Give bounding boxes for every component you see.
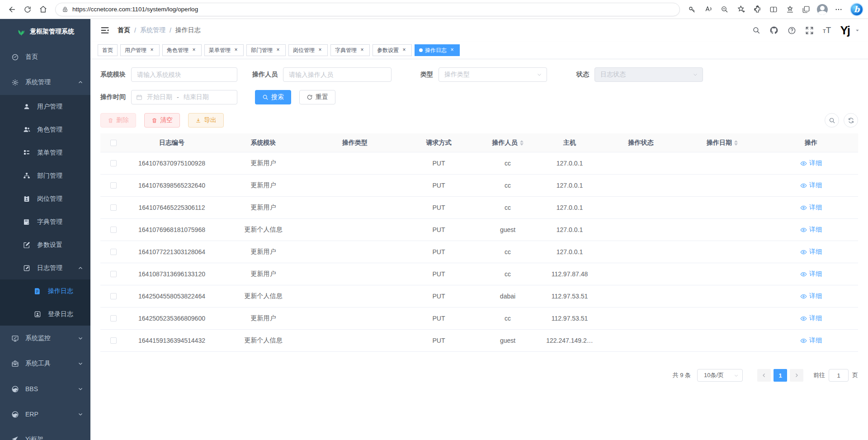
detail-link[interactable]: 详细 <box>800 336 822 345</box>
delete-button[interactable]: 删除 <box>100 113 136 128</box>
next-page-button[interactable] <box>790 369 803 382</box>
caret-down-icon[interactable] <box>855 28 860 33</box>
breadcrumb-home[interactable]: 首页 <box>118 26 130 34</box>
row-checkbox[interactable] <box>110 227 117 233</box>
sidebar-item-system-monitor[interactable]: 系统监控 <box>0 326 90 351</box>
select-all-checkbox[interactable] <box>110 140 117 146</box>
row-checkbox[interactable] <box>110 293 117 299</box>
row-checkbox[interactable] <box>110 249 117 255</box>
home-button[interactable] <box>35 2 51 17</box>
app-logo-row[interactable]: 意框架管理系统 <box>0 19 90 44</box>
close-icon[interactable]: × <box>191 47 197 53</box>
tag-home[interactable]: 首页 <box>98 44 118 56</box>
refresh-button[interactable] <box>20 2 35 17</box>
bing-discover-icon[interactable]: b <box>850 3 863 16</box>
operator-input[interactable] <box>283 67 392 82</box>
clear-button[interactable]: 清空 <box>144 113 180 128</box>
row-checkbox[interactable] <box>110 182 117 189</box>
sidebar-item-home[interactable]: 首页 <box>0 44 90 70</box>
row-checkbox[interactable] <box>110 337 117 344</box>
settings-ellipsis-icon[interactable] <box>831 2 846 17</box>
sidebar-item-post-mgmt[interactable]: 岗位管理 <box>0 187 90 210</box>
sidebar-item-login-log[interactable]: 登录日志 <box>0 303 90 326</box>
refresh-table-icon[interactable] <box>844 113 858 128</box>
read-aloud-icon[interactable] <box>701 2 716 17</box>
close-icon[interactable]: × <box>317 47 323 53</box>
col-header-date[interactable]: 操作日期 <box>680 139 764 147</box>
row-checkbox[interactable] <box>110 204 117 211</box>
module-input[interactable] <box>131 67 237 82</box>
sidebar-item-user-mgmt[interactable]: 用户管理 <box>0 95 90 118</box>
sidebar-item-erp[interactable]: ERP <box>0 402 90 427</box>
close-icon[interactable]: × <box>275 47 281 53</box>
sidebar-item-system-tools[interactable]: 系统工具 <box>0 351 90 376</box>
sort-icon[interactable] <box>520 140 524 146</box>
sidebar-item-bbs[interactable]: BBS <box>0 376 90 402</box>
prev-page-button[interactable] <box>757 369 771 382</box>
show-search-icon[interactable] <box>825 113 839 128</box>
sidebar-item-role-mgmt[interactable]: 角色管理 <box>0 118 90 141</box>
close-icon[interactable]: × <box>401 47 407 53</box>
search-button[interactable]: 搜索 <box>255 90 291 104</box>
status-select[interactable]: 日志状态 <box>594 67 703 82</box>
detail-link[interactable]: 详细 <box>800 248 822 256</box>
collections-icon[interactable] <box>798 2 814 17</box>
sort-icon[interactable] <box>734 140 738 146</box>
tag-menu-mgmt[interactable]: 菜单管理× <box>204 44 244 56</box>
breadcrumb-system-mgmt[interactable]: 系统管理 <box>140 26 165 34</box>
password-key-icon[interactable] <box>684 2 700 17</box>
tag-post-mgmt[interactable]: 岗位管理× <box>288 44 328 56</box>
user-logo-avatar[interactable]: Yj <box>840 24 849 38</box>
detail-link[interactable]: 详细 <box>800 181 822 189</box>
favorites-bar-icon[interactable] <box>782 2 797 17</box>
sidebar-item-log-mgmt[interactable]: 日志管理 <box>0 256 90 279</box>
profile-avatar[interactable] <box>815 2 830 17</box>
close-icon[interactable]: × <box>233 47 239 53</box>
detail-link[interactable]: 详细 <box>800 159 822 167</box>
help-icon[interactable] <box>788 26 796 35</box>
export-button[interactable]: 导出 <box>188 113 224 128</box>
type-select[interactable]: 操作类型 <box>439 67 547 82</box>
github-icon[interactable] <box>769 26 778 35</box>
sidebar-item-param-settings[interactable]: 参数设置 <box>0 233 90 256</box>
reset-button[interactable]: 重置 <box>299 90 335 104</box>
zoom-out-icon[interactable] <box>717 2 732 17</box>
tag-param-settings[interactable]: 参数设置× <box>373 44 412 56</box>
fullscreen-icon[interactable] <box>805 26 814 35</box>
sidebar-item-oper-log[interactable]: 操作日志 <box>0 279 90 303</box>
detail-link[interactable]: 详细 <box>800 270 822 278</box>
row-checkbox[interactable] <box>110 315 117 322</box>
page-size-select[interactable]: 10条/页 <box>697 369 743 382</box>
close-icon[interactable]: × <box>149 47 155 53</box>
sidebar-item-dict-mgmt[interactable]: 字典管理 <box>0 210 90 233</box>
tag-oper-log[interactable]: 操作日志× <box>415 44 460 56</box>
close-icon[interactable]: × <box>449 47 455 53</box>
col-header-operator[interactable]: 操作人员 <box>477 139 538 147</box>
detail-link[interactable]: 详细 <box>800 292 822 300</box>
favorite-star-icon[interactable] <box>733 2 749 17</box>
tag-dept-mgmt[interactable]: 部门管理× <box>246 44 286 56</box>
font-size-icon[interactable]: тT <box>823 25 831 35</box>
detail-link[interactable]: 详细 <box>800 314 822 322</box>
extensions-icon[interactable] <box>750 2 765 17</box>
search-icon[interactable] <box>752 26 760 34</box>
page-number-button[interactable]: 1 <box>774 369 787 382</box>
date-range-picker[interactable]: 开始日期 - 结束日期 <box>131 90 237 104</box>
tag-user-mgmt[interactable]: 用户管理× <box>120 44 160 56</box>
detail-link[interactable]: 详细 <box>800 226 822 234</box>
split-screen-icon[interactable] <box>766 2 781 17</box>
goto-page-input[interactable] <box>829 369 849 382</box>
tag-dict-mgmt[interactable]: 字典管理× <box>330 44 370 56</box>
address-bar[interactable]: https://ccnetcore.com:1101/system/log/op… <box>55 3 680 16</box>
tag-role-mgmt[interactable]: 角色管理× <box>162 44 202 56</box>
sidebar-item-menu-mgmt[interactable]: 菜单管理 <box>0 141 90 164</box>
back-button[interactable] <box>5 2 20 17</box>
sidebar-item-dept-mgmt[interactable]: 部门管理 <box>0 164 90 187</box>
detail-link[interactable]: 详细 <box>800 203 822 212</box>
row-checkbox[interactable] <box>110 271 117 277</box>
sidebar-fold-icon[interactable] <box>99 24 111 37</box>
sidebar-item-system-mgmt[interactable]: 系统管理 <box>0 70 90 95</box>
close-icon[interactable]: × <box>359 47 365 53</box>
row-checkbox[interactable] <box>110 160 117 166</box>
sidebar-item-yi-framework[interactable]: Yi框架 <box>0 427 90 440</box>
